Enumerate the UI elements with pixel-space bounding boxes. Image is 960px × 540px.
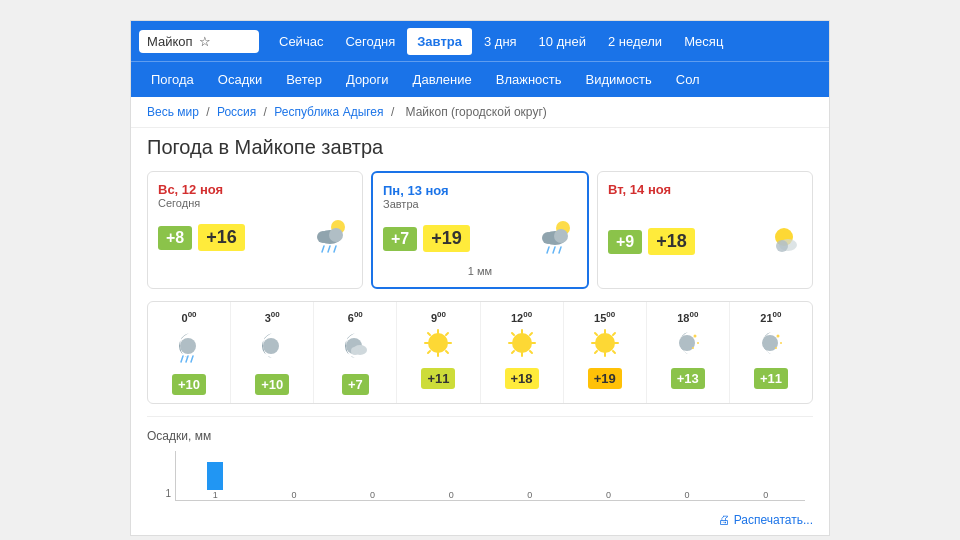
hourly-temp-2: +7 <box>342 374 369 395</box>
card-today-icon <box>312 215 352 260</box>
svg-line-6 <box>334 246 336 252</box>
hourly-cell-1: 300 +10 <box>231 302 314 403</box>
tab-zavtra[interactable]: Завтра <box>407 28 472 55</box>
svg-point-54 <box>697 342 699 344</box>
svg-point-59 <box>775 347 777 349</box>
print-row[interactable]: 🖨 Распечатать... <box>131 509 829 535</box>
hourly-icon-3 <box>401 328 475 364</box>
tab-seychas[interactable]: Сейчас <box>269 28 333 55</box>
svg-line-31 <box>446 351 448 353</box>
hourly-cell-3: 900 <box>397 302 480 403</box>
svg-point-57 <box>776 334 779 337</box>
svg-line-12 <box>553 247 555 253</box>
tab-mesyats[interactable]: Месяц <box>674 28 733 55</box>
card-tomorrow-icon <box>537 216 577 261</box>
precip-val-5: 0 <box>606 490 611 500</box>
card-tomorrow-precip: 1 мм <box>383 265 577 277</box>
svg-point-55 <box>692 347 694 349</box>
hourly-icon-4 <box>485 328 559 364</box>
card-tomorrow: Пн, 13 ноя Завтра +7 +19 <box>371 171 589 289</box>
card-today-date: Вс, 12 ноя <box>158 182 352 197</box>
precip-val-6: 0 <box>685 490 690 500</box>
hourly-time-3: 900 <box>401 310 475 324</box>
precip-val-4: 0 <box>527 490 532 500</box>
precip-val-1: 0 <box>291 490 296 500</box>
card-tomorrow-label: Завтра <box>383 198 577 210</box>
svg-line-40 <box>530 351 532 353</box>
card-today-max: +16 <box>198 224 245 251</box>
tab-davlenie[interactable]: Давление <box>401 66 484 93</box>
search-box[interactable]: Майкоп ☆ <box>139 30 259 53</box>
tab-3dnya[interactable]: 3 дня <box>474 28 527 55</box>
tab-veter[interactable]: Ветер <box>274 66 334 93</box>
hourly-temp-5: +19 <box>588 368 622 389</box>
tab-segodnya[interactable]: Сегодня <box>335 28 405 55</box>
svg-line-4 <box>322 246 324 252</box>
tab-vidimost[interactable]: Видимость <box>574 66 664 93</box>
tab-pogoda[interactable]: Погода <box>139 66 206 93</box>
card-dayafter-date: Вт, 14 ноя <box>608 182 802 197</box>
tab-osadki[interactable]: Осадки <box>206 66 274 93</box>
precip-bar-3: 0 <box>412 451 491 500</box>
precip-bar-7: 0 <box>726 451 805 500</box>
svg-point-10 <box>554 229 568 243</box>
hourly-section: 000 +10 3 <box>147 301 813 404</box>
svg-line-18 <box>181 356 183 362</box>
tab-10dney[interactable]: 10 дней <box>529 28 596 55</box>
precip-bar-2: 0 <box>333 451 412 500</box>
page-title: Погода в Майкопе завтра <box>131 128 829 171</box>
search-value: Майкоп <box>147 34 193 49</box>
card-today-label: Сегодня <box>158 197 352 209</box>
svg-point-25 <box>428 333 448 353</box>
tab-2nedeli[interactable]: 2 недели <box>598 28 672 55</box>
hourly-time-7: 2100 <box>734 310 808 324</box>
svg-point-21 <box>263 338 279 354</box>
star-icon[interactable]: ☆ <box>199 34 211 49</box>
hourly-cell-5: 1500 <box>564 302 647 403</box>
precip-val-3: 0 <box>449 490 454 500</box>
svg-line-49 <box>613 351 615 353</box>
card-dayafter-icon <box>762 219 802 264</box>
precip-bar-0: 1 <box>176 451 255 500</box>
tab-sol[interactable]: Сол <box>664 66 712 93</box>
hourly-temp-6: +13 <box>671 368 705 389</box>
breadcrumb-russia[interactable]: Россия <box>217 105 256 119</box>
hourly-icon-7 <box>734 328 808 364</box>
card-dayafter-max: +18 <box>648 228 695 255</box>
card-tomorrow-max: +19 <box>423 225 470 252</box>
svg-line-11 <box>547 247 549 253</box>
card-day-after: Вт, 14 ноя +9 +18 <box>597 171 813 289</box>
precip-bar-6: 0 <box>648 451 727 500</box>
precip-val-7: 0 <box>763 490 768 500</box>
precip-title: Осадки, мм <box>147 429 813 443</box>
svg-line-32 <box>446 333 448 335</box>
hourly-cell-4: 1200 <box>481 302 564 403</box>
breadcrumb: Весь мир / Россия / Республика Адыгея / … <box>131 97 829 128</box>
card-today-min: +8 <box>158 226 192 250</box>
hourly-time-0: 000 <box>152 310 226 324</box>
tab-dorogi[interactable]: Дороги <box>334 66 401 93</box>
hourly-icon-6 <box>651 328 725 364</box>
svg-line-51 <box>595 351 597 353</box>
svg-line-41 <box>530 333 532 335</box>
hourly-temp-7: +11 <box>754 368 788 389</box>
hourly-time-5: 1500 <box>568 310 642 324</box>
hourly-icon-0 <box>152 328 226 370</box>
nav-tabs: Сейчас Сегодня Завтра 3 дня 10 дней 2 не… <box>269 28 733 55</box>
svg-line-30 <box>428 333 430 335</box>
tab-vlazhnost[interactable]: Влажность <box>484 66 574 93</box>
svg-line-50 <box>613 333 615 335</box>
breadcrumb-world[interactable]: Весь мир <box>147 105 199 119</box>
hourly-icon-5 <box>568 328 642 364</box>
breadcrumb-republic[interactable]: Республика Адыгея <box>274 105 383 119</box>
svg-line-33 <box>428 351 430 353</box>
card-tomorrow-min: +7 <box>383 227 417 251</box>
svg-line-39 <box>512 333 514 335</box>
svg-line-48 <box>595 333 597 335</box>
precip-bar-5: 0 <box>569 451 648 500</box>
breadcrumb-city: Майкоп (городской округ) <box>406 105 547 119</box>
precip-bar-1: 0 <box>255 451 334 500</box>
svg-point-3 <box>329 228 343 242</box>
svg-line-42 <box>512 351 514 353</box>
svg-point-24 <box>351 347 359 355</box>
